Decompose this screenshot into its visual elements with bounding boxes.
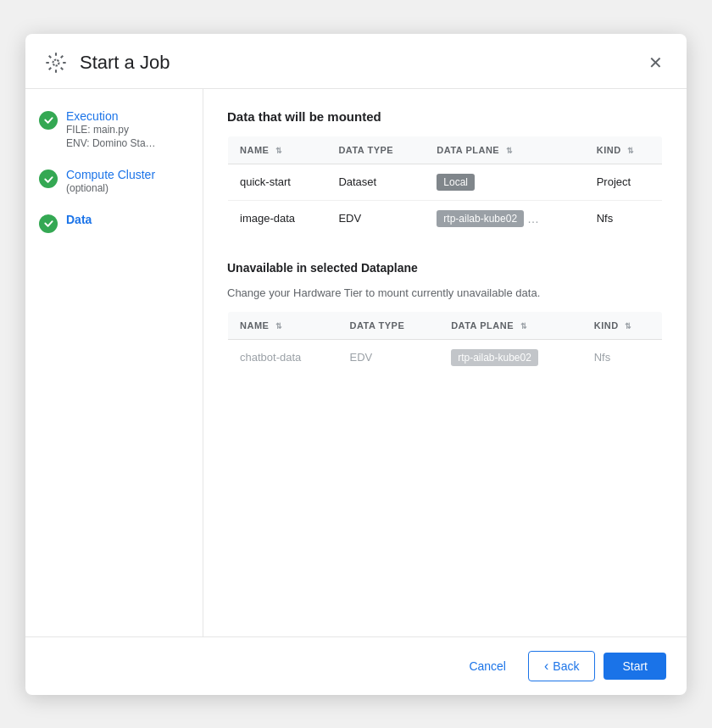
unavail-row1-dataplane: rtp-ailab-kube02 [439, 339, 582, 375]
dots-icon: … [527, 212, 541, 225]
unavail-row1-kind: Nfs [582, 339, 663, 375]
table-row: chatbot-data EDV rtp-ailab-kube02 Nfs [228, 339, 663, 375]
sort-icon-unavail-plane: ⇅ [520, 322, 528, 331]
main-content: Data that will be mounted NAME ⇅ DATA TY… [203, 89, 687, 636]
sidebar-item-execution-label: Execution [66, 109, 156, 123]
row2-dataplane: rtp-ailab-kube02 … [425, 200, 584, 236]
mounted-col-name[interactable]: NAME ⇅ [228, 136, 327, 164]
unavail-col-name[interactable]: NAME ⇅ [228, 311, 338, 339]
chevron-left-icon: ‹ [544, 659, 548, 674]
svg-point-0 [53, 59, 59, 65]
badge-kube-1: rtp-ailab-kube02 [437, 210, 524, 227]
row2-kind: Nfs [585, 200, 663, 236]
table-row: image-data EDV rtp-ailab-kube02 … Nfs [228, 200, 663, 236]
mounted-col-kind[interactable]: KIND ⇅ [585, 136, 663, 164]
sidebar-item-compute-label: Compute Cluster [66, 168, 155, 181]
sort-icon-kind: ⇅ [627, 147, 635, 155]
close-button[interactable]: ✕ [645, 49, 666, 76]
sort-icon-unavail-kind: ⇅ [625, 322, 632, 331]
sidebar-item-execution[interactable]: Execution FILE: main.py ENV: Domino Sta… [39, 109, 189, 152]
mounted-section-title: Data that will be mounted [227, 109, 663, 124]
row1-datatype: Dataset [326, 164, 425, 200]
sidebar-item-compute-sub1: (optional) [66, 181, 155, 196]
cancel-button[interactable]: Cancel [455, 653, 520, 680]
unavail-row1-datatype: EDV [337, 339, 439, 375]
mounted-col-dataplane[interactable]: DATA PLANE ⇅ [425, 136, 584, 164]
start-button[interactable]: Start [604, 653, 666, 680]
sidebar-item-data[interactable]: Data [39, 213, 189, 233]
badge-kube-unavail: rtp-ailab-kube02 [451, 349, 538, 366]
dialog-title-area: Start a Job [42, 49, 170, 76]
job-icon [42, 49, 70, 76]
row1-kind: Project [585, 164, 663, 200]
sort-icon-unavail-name: ⇅ [275, 322, 283, 331]
table-row: quick-start Dataset Local Project [228, 164, 663, 200]
sidebar-item-execution-sub1: FILE: main.py [66, 123, 156, 137]
mounted-table: NAME ⇅ DATA TYPE DATA PLANE ⇅ KIND ⇅ [227, 136, 663, 237]
dialog-header: Start a Job ✕ [25, 34, 687, 89]
row1-name: quick-start [228, 164, 327, 200]
sort-icon-dataplane: ⇅ [506, 147, 514, 155]
unavail-col-datatype: DATA TYPE [337, 311, 439, 339]
row1-dataplane: Local [425, 164, 584, 200]
sidebar-item-data-label: Data [66, 213, 92, 226]
unavail-col-dataplane[interactable]: DATA PLANE ⇅ [439, 311, 582, 339]
start-job-dialog: Start a Job ✕ Execution FILE: main.py EN… [25, 34, 687, 695]
unavail-row1-name: chatbot-data [228, 339, 338, 375]
sort-icon-name: ⇅ [275, 147, 283, 155]
unavailable-table: NAME ⇅ DATA TYPE DATA PLANE ⇅ [227, 311, 663, 376]
mounted-col-datatype: DATA TYPE [326, 136, 425, 164]
unavailable-section-title: Unavailable in selected Dataplane [227, 261, 663, 275]
row2-name: image-data [228, 200, 327, 236]
check-circle-execution [39, 111, 58, 130]
sidebar-item-execution-sub2: ENV: Domino Sta… [66, 136, 156, 151]
dialog-body: Execution FILE: main.py ENV: Domino Sta…… [25, 89, 687, 636]
row2-datatype: EDV [326, 200, 425, 236]
check-circle-compute [39, 169, 58, 188]
sidebar: Execution FILE: main.py ENV: Domino Sta…… [25, 89, 203, 636]
sidebar-item-compute-cluster[interactable]: Compute Cluster (optional) [39, 168, 189, 196]
check-circle-data [39, 214, 58, 233]
badge-local: Local [437, 174, 475, 191]
back-button[interactable]: ‹ Back [528, 651, 595, 681]
unavailable-desc: Change your Hardware Tier to mount curre… [227, 286, 663, 299]
dialog-footer: Cancel ‹ Back Start [25, 636, 687, 695]
unavail-col-kind[interactable]: KIND ⇅ [582, 311, 663, 339]
unavailable-section: Unavailable in selected Dataplane Change… [227, 261, 663, 376]
dialog-title: Start a Job [80, 52, 170, 74]
